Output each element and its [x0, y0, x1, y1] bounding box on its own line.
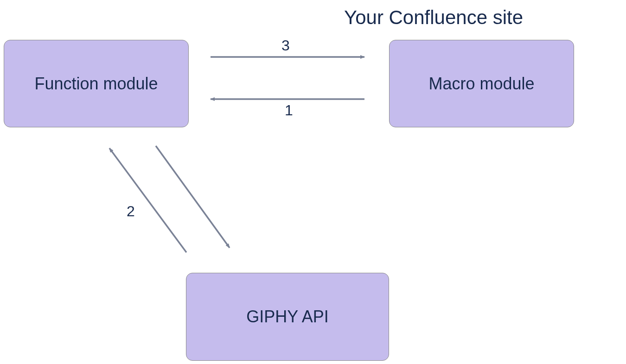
edge-label-2: 2: [127, 203, 135, 220]
node-function-module-label: Function module: [34, 74, 158, 94]
arrow-function-to-giphy: [156, 146, 230, 248]
site-title: Your Confluence site: [344, 6, 523, 29]
diagram-canvas: Your Confluence site Function module Mac…: [0, 0, 626, 364]
node-function-module: Function module: [4, 40, 189, 127]
edge-label-1: 1: [285, 102, 293, 119]
node-macro-module-label: Macro module: [428, 74, 534, 94]
node-giphy-api: GIPHY API: [186, 273, 389, 361]
node-macro-module: Macro module: [389, 40, 574, 127]
edge-label-3: 3: [281, 37, 290, 54]
arrow-giphy-to-function: [109, 148, 186, 252]
node-giphy-api-label: GIPHY API: [246, 307, 328, 326]
